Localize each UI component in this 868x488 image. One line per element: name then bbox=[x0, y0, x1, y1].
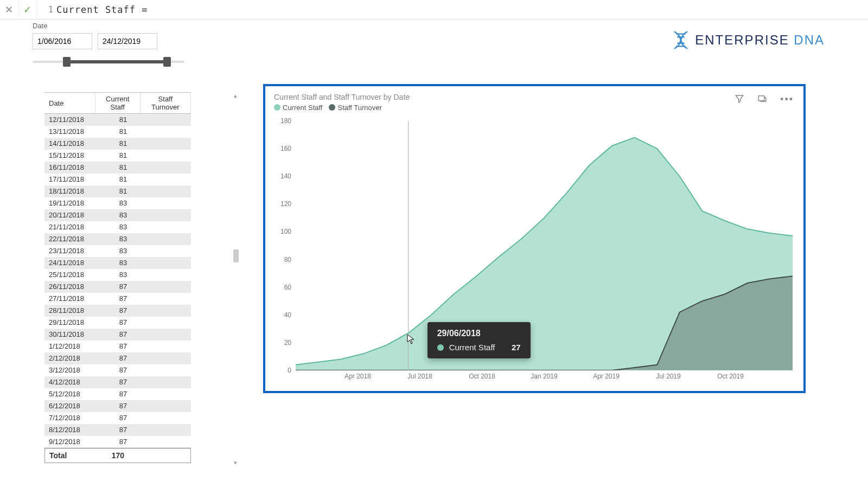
formula-text[interactable]: Current Staff = bbox=[56, 4, 868, 15]
slider-thumb-to[interactable] bbox=[163, 57, 171, 67]
table-row[interactable]: 15/11/201881 bbox=[44, 150, 191, 162]
chart-legend: Current Staff Staff Turnover bbox=[267, 104, 801, 115]
scroll-down-icon[interactable]: ▾ bbox=[234, 459, 237, 466]
y-axis-ticks: 020406080100120140160180 bbox=[274, 121, 293, 370]
table-row[interactable]: 27/11/201887 bbox=[44, 293, 191, 305]
table-row[interactable]: 14/11/201881 bbox=[44, 138, 191, 150]
slicer-slider[interactable] bbox=[33, 56, 184, 68]
x-axis-ticks: Apr 2018Jul 2018Oct 2018Jan 2019Apr 2019… bbox=[296, 373, 793, 382]
slicer-label: Date bbox=[33, 22, 184, 30]
table-row[interactable]: 18/11/201881 bbox=[44, 185, 191, 197]
table-row[interactable]: 25/11/201883 bbox=[44, 269, 191, 281]
formula-bar: ✕ ✓ 1 Current Staff = bbox=[0, 0, 868, 20]
table-row[interactable]: 16/11/201881 bbox=[44, 162, 191, 174]
enterprise-dna-logo: ENTERPRISE DNA bbox=[672, 30, 825, 50]
table-row[interactable]: 22/11/201883 bbox=[44, 233, 191, 245]
chart-title: Current Staff and Staff Turnover by Date bbox=[267, 88, 801, 104]
slicer-from-input[interactable] bbox=[33, 33, 92, 49]
table-row[interactable]: 29/11/201887 bbox=[44, 317, 191, 329]
staff-area-chart[interactable]: Current Staff and Staff Turnover by Date… bbox=[263, 84, 806, 393]
more-options-icon[interactable]: ••• bbox=[780, 94, 794, 106]
formula-line-number: 1 bbox=[42, 5, 53, 15]
table-row[interactable]: 21/11/201883 bbox=[44, 221, 191, 233]
focus-mode-icon[interactable] bbox=[757, 94, 767, 106]
table-row[interactable]: 4/12/201887 bbox=[44, 376, 191, 388]
table-row[interactable]: 17/11/201881 bbox=[44, 174, 191, 185]
table-header[interactable]: Current Staff bbox=[95, 93, 140, 114]
table-row[interactable]: 24/11/201883 bbox=[44, 257, 191, 269]
staff-table[interactable]: DateCurrent StaffStaff Turnover 12/11/20… bbox=[44, 92, 240, 466]
hover-vertical-line bbox=[408, 121, 409, 370]
table-header[interactable]: Date bbox=[44, 93, 95, 114]
table-row[interactable]: 5/12/201887 bbox=[44, 388, 191, 400]
dna-helix-icon bbox=[672, 30, 690, 50]
table-row[interactable]: 1/12/201887 bbox=[44, 341, 191, 352]
table-row[interactable]: 8/12/201887 bbox=[44, 424, 191, 436]
table-row[interactable]: 9/12/201887 bbox=[44, 436, 191, 448]
filter-icon[interactable] bbox=[735, 94, 744, 106]
commit-formula-button[interactable]: ✓ bbox=[18, 1, 37, 19]
svg-rect-4 bbox=[758, 96, 764, 101]
table-row[interactable]: 20/11/201883 bbox=[44, 209, 191, 221]
table-row[interactable]: 30/11/201887 bbox=[44, 329, 191, 341]
cancel-formula-button[interactable]: ✕ bbox=[0, 1, 18, 19]
table-row[interactable]: 2/12/201887 bbox=[44, 352, 191, 364]
scroll-thumb[interactable] bbox=[233, 249, 239, 262]
table-row[interactable]: 28/11/201887 bbox=[44, 305, 191, 317]
table-row[interactable]: 7/12/201887 bbox=[44, 412, 191, 424]
table-row[interactable]: 3/12/201887 bbox=[44, 364, 191, 376]
table-row[interactable]: 6/12/201887 bbox=[44, 400, 191, 412]
table-row[interactable]: 23/11/201883 bbox=[44, 245, 191, 257]
chart-canvas bbox=[296, 121, 793, 370]
scroll-up-icon[interactable]: ▴ bbox=[234, 92, 237, 99]
date-slicer[interactable]: Date bbox=[33, 22, 184, 68]
slider-thumb-from[interactable] bbox=[63, 57, 71, 67]
chart-tooltip: 29/06/2018 Current Staff27 bbox=[427, 322, 531, 358]
table-header[interactable]: Staff Turnover bbox=[140, 93, 190, 114]
table-row[interactable]: 26/11/201887 bbox=[44, 281, 191, 293]
table-row[interactable]: 19/11/201883 bbox=[44, 197, 191, 209]
table-row[interactable]: 12/11/201881 bbox=[44, 114, 191, 126]
table-row[interactable]: 13/11/201881 bbox=[44, 126, 191, 138]
slicer-to-input[interactable] bbox=[98, 33, 157, 49]
table-total-row: Total 170 bbox=[44, 448, 191, 463]
table-scrollbar[interactable]: ▴ ▾ bbox=[231, 92, 240, 466]
